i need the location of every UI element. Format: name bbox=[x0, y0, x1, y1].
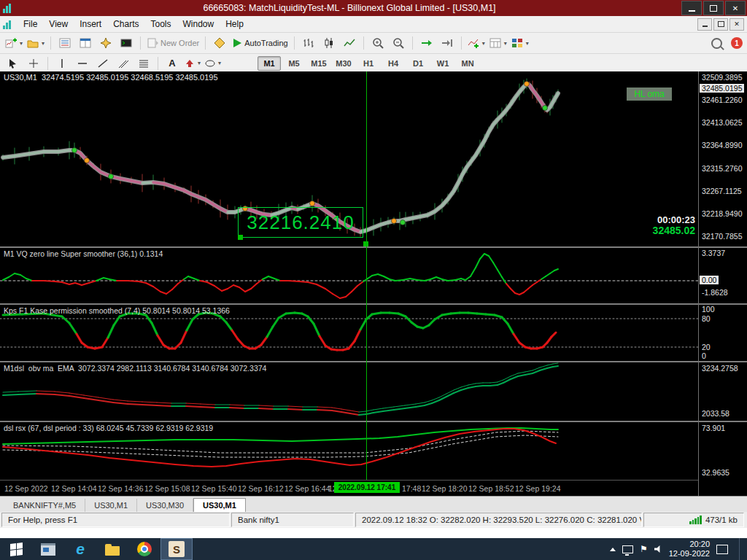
candle-countdown: 00:00:23 32485.02 bbox=[653, 214, 695, 236]
candlestick-chart-button[interactable] bbox=[319, 35, 339, 51]
horizontal-line-tool-button[interactable] bbox=[72, 55, 93, 71]
flag-tray-icon[interactable]: ⚑ bbox=[640, 545, 648, 553]
kase-indicator-panel[interactable]: Kps F1 Kase permission smoothed (7,4) 50… bbox=[0, 305, 698, 361]
cursor-tool-button[interactable] bbox=[3, 55, 23, 71]
fibonacci-tool-button[interactable] bbox=[133, 55, 154, 71]
new-chart-button[interactable]: ▾ bbox=[3, 35, 25, 51]
taskbar-server-manager-button[interactable] bbox=[32, 538, 64, 560]
bar-chart-button[interactable] bbox=[298, 35, 319, 51]
main-chart-panel[interactable]: US30,M1 32474.5195 32485.0195 32468.5195… bbox=[0, 71, 698, 246]
close-button[interactable]: ✕ bbox=[725, 1, 746, 15]
vq-scale[interactable]: 3.37370.00-1.8628 bbox=[699, 248, 747, 303]
metaeditor-button[interactable] bbox=[209, 35, 230, 51]
timeframe-m1-button[interactable]: M1 bbox=[258, 56, 281, 71]
arrows-tool-button[interactable]: ▾ bbox=[182, 55, 203, 71]
countdown-price: 32485.02 bbox=[653, 225, 695, 236]
arrow-tool-icon bbox=[185, 58, 195, 69]
crosshair-tool-button[interactable] bbox=[23, 55, 44, 71]
timeframe-h1-button[interactable]: H1 bbox=[357, 56, 380, 71]
rsx-scale[interactable]: 73.90132.9635 bbox=[699, 422, 747, 480]
chart-tab-3[interactable]: US30,M30 bbox=[137, 499, 193, 512]
chart-close-button[interactable]: ✕ bbox=[729, 18, 744, 31]
start-button[interactable] bbox=[0, 538, 32, 560]
main-price-scale[interactable]: 32509.389532485.019532461.226032413.0625… bbox=[699, 71, 747, 246]
display-tray-icon[interactable] bbox=[622, 545, 633, 553]
timeframe-d1-button[interactable]: D1 bbox=[406, 56, 430, 71]
timeframe-m30-button[interactable]: M30 bbox=[332, 56, 355, 71]
timeframe-mn-button[interactable]: MN bbox=[456, 56, 479, 71]
taskbar-clock[interactable]: 20:20 12-09-2022 bbox=[669, 540, 710, 559]
line-chart-button[interactable] bbox=[339, 35, 360, 51]
vq-indicator-panel[interactable]: M1 VQ zero line Super smoother (36,1) 0.… bbox=[0, 248, 698, 303]
timeframe-m15-button[interactable]: M15 bbox=[307, 56, 330, 71]
scale-label: 32218.9490 bbox=[702, 209, 742, 218]
restore-button[interactable] bbox=[703, 1, 724, 15]
chart-tab-1[interactable]: BANKNIFTY#,M5 bbox=[4, 499, 85, 512]
navigator-button[interactable] bbox=[96, 35, 116, 51]
chart-restore-button[interactable] bbox=[713, 18, 728, 31]
title-bar[interactable]: 66665083: MatchLiquidityTest-ML - Billio… bbox=[0, 0, 747, 16]
kase-indicator-header: Kps F1 Kase permission smoothed (7,4) 50… bbox=[4, 306, 230, 315]
action-center-icon[interactable] bbox=[716, 545, 728, 554]
internet-explorer-icon: e bbox=[76, 542, 85, 556]
chart-tab-4[interactable]: US30,M1 bbox=[193, 498, 246, 512]
zoom-out-icon bbox=[392, 37, 404, 49]
timeframe-w1-button[interactable]: W1 bbox=[431, 56, 454, 71]
show-desktop-button[interactable] bbox=[739, 538, 743, 560]
trendline-tool-button[interactable] bbox=[93, 55, 113, 71]
obv-indicator-panel[interactable]: M1dsl obv ma EMA 3072.3374 2982.1113 314… bbox=[0, 362, 698, 421]
time-axis-label: 12 Sep 19:24 bbox=[515, 484, 560, 493]
metaeditor-icon bbox=[214, 37, 225, 49]
templates-button[interactable]: ▾ bbox=[509, 35, 531, 51]
scale-label: 3.3737 bbox=[702, 249, 725, 257]
menu-item-file[interactable]: File bbox=[18, 18, 43, 31]
minimize-button[interactable] bbox=[681, 1, 702, 15]
new-order-button[interactable]: New Order bbox=[144, 35, 201, 51]
terminal-button[interactable] bbox=[116, 35, 136, 51]
indicators-button[interactable]: ▾ bbox=[465, 35, 487, 51]
taskbar-mt4-button[interactable]: S bbox=[160, 538, 193, 560]
vertical-line-tool-button[interactable] bbox=[52, 55, 72, 71]
big-price-value: 32216.2410 bbox=[247, 211, 354, 234]
menu-item-window[interactable]: Window bbox=[177, 18, 220, 31]
periods-button[interactable]: ▾ bbox=[487, 35, 509, 51]
kase-scale[interactable]: 10080200 bbox=[699, 305, 747, 361]
navigator-icon bbox=[100, 37, 112, 49]
price-scale-column[interactable]: 32509.389532485.019532461.226032413.0625… bbox=[698, 71, 747, 496]
connection-speed-text: 473/1 kb bbox=[705, 516, 738, 524]
zoom-in-button[interactable] bbox=[368, 35, 388, 51]
menu-item-insert[interactable]: Insert bbox=[74, 18, 107, 31]
timeframe-m5-button[interactable]: M5 bbox=[282, 56, 306, 71]
menu-item-view[interactable]: View bbox=[43, 18, 74, 31]
profiles-button[interactable]: ▾ bbox=[25, 35, 47, 51]
taskbar-file-explorer-button[interactable] bbox=[96, 538, 128, 560]
text-tool-button[interactable]: A bbox=[162, 55, 182, 71]
shapes-tool-button[interactable]: ▾ bbox=[203, 55, 223, 71]
search-button[interactable] bbox=[706, 35, 727, 51]
chevron-down-icon: ▾ bbox=[504, 40, 507, 47]
channel-tool-button[interactable] bbox=[113, 55, 133, 71]
timeframe-h4-button[interactable]: H4 bbox=[382, 56, 405, 71]
time-axis[interactable]: 12 Sep 202212 Sep 14:0412 Sep 14:3612 Se… bbox=[0, 480, 698, 497]
plot-column[interactable]: US30,M1 32474.5195 32485.0195 32468.5195… bbox=[0, 71, 698, 496]
hidden-icons-caret[interactable] bbox=[610, 548, 616, 551]
zoom-out-button[interactable] bbox=[388, 35, 409, 51]
chart-shift-button[interactable] bbox=[437, 35, 457, 51]
market-watch-button[interactable] bbox=[55, 35, 75, 51]
chart-minimize-button[interactable] bbox=[697, 18, 712, 31]
taskbar-chrome-button[interactable] bbox=[128, 538, 160, 560]
auto-scroll-button[interactable] bbox=[417, 35, 437, 51]
rsx-indicator-panel[interactable]: dsl rsx (67, dsl period : 33) 68.0245 45… bbox=[0, 422, 698, 480]
data-window-button[interactable] bbox=[75, 35, 96, 51]
chart-tab-2[interactable]: US30,M1 bbox=[85, 499, 137, 512]
speaker-tray-icon[interactable] bbox=[654, 545, 662, 553]
menu-item-charts[interactable]: Charts bbox=[107, 18, 144, 31]
menu-item-help[interactable]: Help bbox=[220, 18, 249, 31]
taskbar-internet-explorer-button[interactable]: e bbox=[64, 538, 96, 560]
market-watch-icon bbox=[59, 37, 71, 49]
menu-item-tools[interactable]: Tools bbox=[145, 18, 177, 31]
notifications-button[interactable]: 1 bbox=[727, 35, 747, 51]
time-axis-label: 12 Sep 15:40 bbox=[191, 484, 236, 493]
autotrading-button[interactable]: AutoTrading bbox=[230, 35, 290, 51]
obv-scale[interactable]: 3234.27582033.58 bbox=[699, 362, 747, 421]
